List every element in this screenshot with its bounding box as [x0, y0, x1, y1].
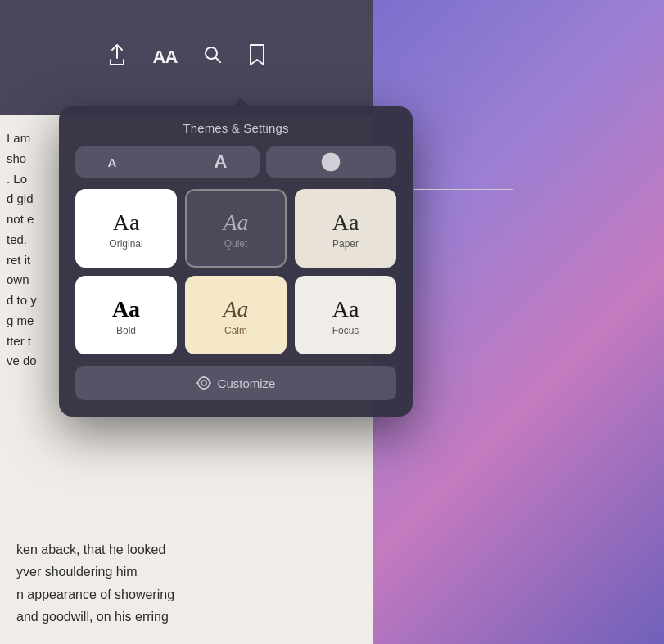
share-icon[interactable]: [107, 43, 127, 71]
theme-paper-label: Paper: [332, 238, 359, 250]
font-divider: [165, 153, 165, 171]
theme-paper-aa: Aa: [332, 210, 359, 236]
theme-calm-label: Calm: [224, 325, 247, 336]
theme-bold-label: Bold: [116, 325, 136, 336]
contrast-control[interactable]: [266, 146, 396, 178]
contrast-icon: [320, 151, 341, 173]
bottom-reading-text: ken aback, that he looked yver shoulderi…: [0, 538, 377, 644]
theme-calm[interactable]: Aa Calm: [185, 276, 287, 354]
svg-point-5: [201, 381, 206, 385]
toolbar: AA: [0, 0, 373, 115]
themes-panel: Themes & Settings A A Aa Original Aa Qui…: [59, 106, 413, 417]
theme-focus-aa: Aa: [332, 297, 359, 322]
theme-paper[interactable]: Aa Paper: [295, 189, 396, 268]
theme-original-label: Original: [109, 238, 142, 250]
font-decrease-button[interactable]: A: [108, 155, 117, 169]
customize-label: Customize: [218, 376, 276, 390]
theme-grid: Aa Original Aa Quiet Aa Paper Aa Bold Aa…: [75, 189, 396, 354]
theme-original[interactable]: Aa Original: [75, 189, 177, 268]
theme-original-aa: Aa: [113, 210, 140, 236]
customize-icon: [196, 376, 211, 390]
hint-line: [414, 189, 513, 190]
theme-quiet-label: Quiet: [224, 238, 248, 250]
search-icon[interactable]: [203, 45, 223, 70]
theme-quiet[interactable]: Aa Quiet: [185, 189, 287, 268]
theme-bold-aa: Aa: [112, 297, 140, 322]
theme-focus[interactable]: Aa Focus: [295, 276, 396, 354]
gradient-background: [373, 0, 664, 644]
font-size-control[interactable]: A A: [75, 146, 260, 178]
customize-button[interactable]: Customize: [75, 366, 396, 400]
svg-line-1: [216, 58, 221, 63]
theme-bold[interactable]: Aa Bold: [75, 276, 177, 354]
font-increase-button[interactable]: A: [215, 151, 228, 173]
controls-row: A A: [75, 146, 396, 178]
font-size-icon[interactable]: AA: [153, 47, 178, 68]
theme-focus-label: Focus: [332, 325, 359, 336]
svg-point-4: [198, 377, 210, 389]
theme-quiet-aa: Aa: [223, 210, 248, 236]
theme-calm-aa: Aa: [223, 297, 248, 322]
bookmark-icon[interactable]: [249, 43, 265, 71]
panel-title: Themes & Settings: [75, 121, 396, 135]
reading-text-left: I am sho . Lo d gid not e ted. ret it ow…: [0, 119, 61, 381]
